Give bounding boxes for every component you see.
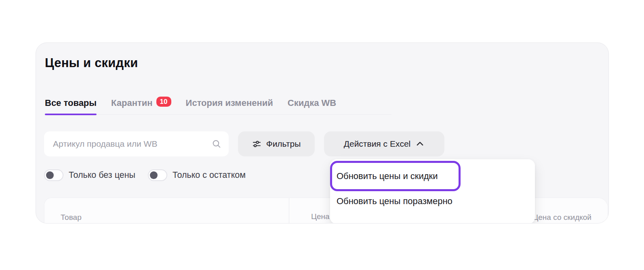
filters-button[interactable]: Фильтры: [238, 131, 315, 156]
search-icon: [212, 139, 221, 149]
menu-item-update-prices-and-discounts[interactable]: Обновить цены и скидки: [330, 161, 461, 191]
toggle-knob: [150, 171, 158, 179]
quarantine-count-badge: 10: [156, 97, 171, 107]
search-field-wrapper: [44, 131, 229, 156]
tab-wb-discount[interactable]: Скидка WB: [288, 98, 336, 114]
tabs-bar: Все товары Карантин 10 История изменений…: [45, 98, 391, 115]
column-header-price-discounted: Цена со скидкой: [532, 213, 591, 222]
excel-actions-label: Действия с Excel: [344, 139, 411, 149]
column-header-product: Товар: [61, 213, 82, 222]
tab-quarantine[interactable]: Карантин 10: [111, 98, 171, 114]
chevron-up-icon: [415, 139, 425, 149]
controls-row: Фильтры Действия с Excel: [44, 131, 444, 156]
sliders-icon: [252, 139, 261, 149]
tab-label: Карантин: [111, 98, 152, 108]
tab-label: Скидка WB: [288, 98, 336, 108]
toggle-label: Только с остатком: [173, 170, 246, 180]
menu-item-label: Обновить цены и скидки: [337, 171, 438, 181]
excel-actions-button[interactable]: Действия с Excel: [324, 131, 444, 156]
tab-label: Все товары: [45, 98, 97, 108]
toggle-only-with-stock[interactable]: [148, 169, 167, 181]
toggle-group-no-price: Только без цены: [44, 169, 135, 181]
menu-item-label: Обновить цены поразмерно: [337, 196, 452, 207]
search-input[interactable]: [44, 131, 229, 156]
toggle-only-without-price[interactable]: [44, 169, 63, 181]
toggle-label: Только без цены: [69, 170, 135, 180]
column-divider: [289, 198, 289, 224]
page-title: Цены и скидки: [45, 56, 138, 70]
tab-all-products[interactable]: Все товары: [45, 98, 97, 114]
toggle-knob: [46, 171, 54, 179]
filters-button-label: Фильтры: [266, 139, 301, 149]
column-header-price: Цена: [311, 212, 330, 221]
tab-label: История изменений: [186, 98, 273, 108]
prices-and-discounts-card: Цены и скидки Все товары Карантин 10 Ист…: [36, 42, 609, 224]
toggles-row: Только без цены Только с остатком: [44, 169, 246, 181]
toggle-group-in-stock: Только с остатком: [148, 169, 246, 181]
tab-change-history[interactable]: История изменений: [186, 98, 273, 114]
excel-actions-menu: Обновить цены и скидки Обновить цены пор…: [330, 159, 535, 224]
menu-item-update-prices-by-size[interactable]: Обновить цены поразмерно: [337, 193, 452, 209]
